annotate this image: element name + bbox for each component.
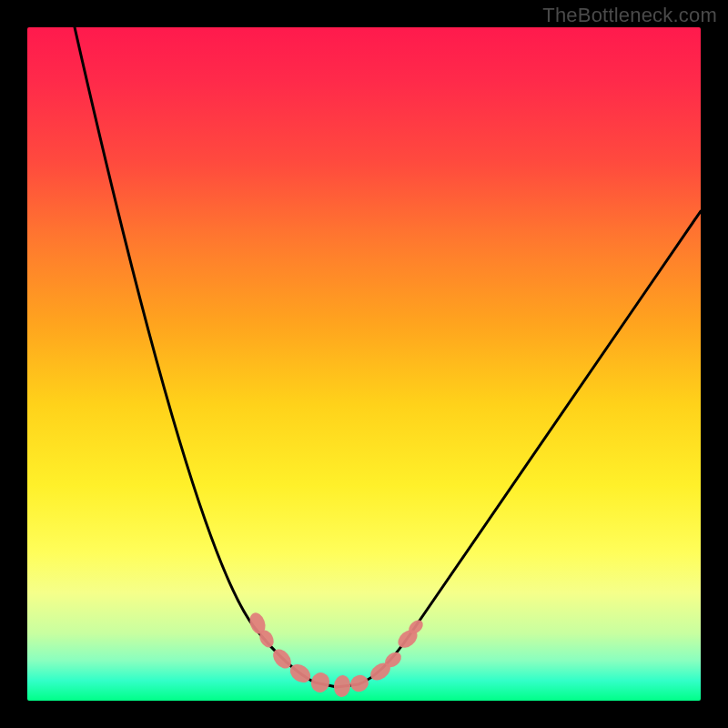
marker-point	[349, 672, 371, 693]
plot-area	[27, 27, 701, 701]
marker-point	[308, 670, 332, 695]
watermark-text: TheBottleneck.com	[542, 4, 717, 27]
chart-frame: TheBottleneck.com	[0, 0, 728, 728]
marker-point	[333, 674, 351, 697]
right-curve	[337, 211, 701, 687]
curve-layer	[27, 27, 701, 701]
markers-group	[247, 611, 425, 698]
left-curve	[75, 27, 337, 687]
